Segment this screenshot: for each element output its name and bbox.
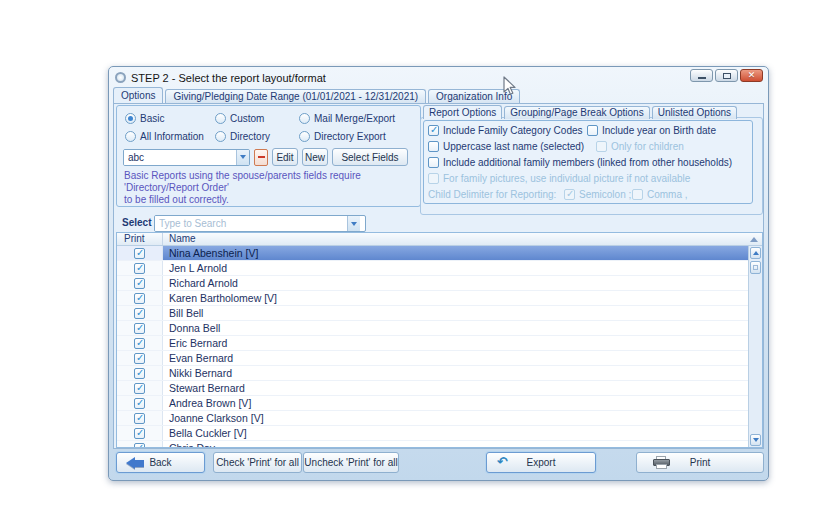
family-category-checkbox[interactable]	[428, 125, 439, 136]
tab-unlisted-options[interactable]: Unlisted Options	[652, 106, 737, 119]
back-button[interactable]: Back	[116, 452, 205, 473]
family-pictures-label: For family pictures, use individual pict…	[443, 173, 690, 184]
print-checkbox[interactable]	[134, 353, 145, 364]
radio-basic[interactable]: Basic	[125, 113, 215, 124]
chevron-up-icon	[753, 251, 759, 255]
radio-all-information[interactable]: All Information	[125, 131, 215, 142]
list-item[interactable]: Evan Bernard	[117, 351, 762, 366]
print-checkbox[interactable]	[134, 278, 145, 289]
list-item[interactable]: Andrea Brown [V]	[117, 396, 762, 411]
vertical-scrollbar[interactable]	[748, 246, 762, 447]
tab-giving-pledging-date-range[interactable]: Giving/Pledging Date Range (01/01/2021 -…	[165, 89, 426, 103]
chevron-down-icon	[351, 222, 357, 226]
radio-directory[interactable]: Directory	[215, 131, 299, 142]
list-item[interactable]: Richard Arnold	[117, 276, 762, 291]
delimiter-label-row: Child Delimiter for Reporting:	[428, 188, 556, 201]
select-fields-button[interactable]: Select Fields	[332, 148, 408, 166]
list-item[interactable]: Nina Abenshein [V]	[117, 246, 762, 261]
radio-directory-export[interactable]: Directory Export	[299, 131, 386, 142]
print-checkbox[interactable]	[134, 428, 145, 439]
radio-row-1: Basic Custom Mail Merge/Export	[125, 113, 395, 124]
year-birth-checkbox[interactable]	[587, 125, 598, 136]
radio-directory-export-icon[interactable]	[299, 131, 310, 142]
tab-report-options[interactable]: Report Options	[423, 105, 502, 119]
print-checkbox[interactable]	[134, 368, 145, 379]
checkbox-year-birth[interactable]: Include year on Birth date	[587, 124, 716, 137]
list-item[interactable]: Stewart Bernard	[117, 381, 762, 396]
back-label: Back	[149, 457, 171, 468]
additional-members-label: Include additional family members (linke…	[443, 157, 732, 168]
print-checkbox[interactable]	[134, 263, 145, 274]
list-item[interactable]: Karen Bartholomew [V]	[117, 291, 762, 306]
uppercase-checkbox[interactable]	[428, 141, 439, 152]
list-item[interactable]: Bill Bell	[117, 306, 762, 321]
report-type-group: Basic Custom Mail Merge/Export All Infor…	[116, 105, 421, 207]
layout-combobox[interactable]	[123, 149, 250, 166]
print-checkbox[interactable]	[134, 293, 145, 304]
radio-mail-merge-export[interactable]: Mail Merge/Export	[299, 113, 395, 124]
year-birth-label: Include year on Birth date	[602, 125, 716, 136]
edit-button[interactable]: Edit	[272, 148, 298, 166]
radio-basic-icon[interactable]	[125, 113, 136, 124]
additional-members-checkbox[interactable]	[428, 157, 439, 168]
name-cell: Nikki Bernard	[163, 366, 762, 380]
delete-layout-button[interactable]	[254, 149, 268, 166]
radio-custom-icon[interactable]	[215, 113, 226, 124]
print-cell	[117, 261, 163, 275]
column-header-name[interactable]: Name	[163, 233, 762, 245]
radio-custom[interactable]: Custom	[215, 113, 299, 124]
print-checkbox[interactable]	[134, 398, 145, 409]
list-item[interactable]: Chris Day	[117, 441, 762, 447]
checkbox-semicolon: Semicolon ;	[564, 188, 631, 201]
print-checkbox[interactable]	[134, 248, 145, 259]
export-button[interactable]: ↶ Export	[486, 452, 596, 473]
search-input[interactable]	[155, 216, 347, 231]
radio-directory-icon[interactable]	[215, 131, 226, 142]
scroll-down-button[interactable]	[750, 434, 761, 446]
family-category-label: Include Family Category Codes	[443, 125, 583, 136]
check-print-for-all-button[interactable]: Check 'Print' for all	[213, 452, 302, 473]
list-item[interactable]: Nikki Bernard	[117, 366, 762, 381]
print-checkbox[interactable]	[134, 413, 145, 424]
close-button[interactable]: ✕	[740, 69, 763, 82]
column-header-print[interactable]: Print	[117, 233, 163, 245]
search-dropdown-button[interactable]	[347, 216, 360, 231]
checkbox-uppercase[interactable]: Uppercase last name (selected)	[428, 140, 584, 153]
print-checkbox[interactable]	[134, 308, 145, 319]
footer-bar: Back Check 'Print' for all Uncheck 'Prin…	[113, 452, 764, 475]
list-item[interactable]: Joanne Clarkson [V]	[117, 411, 762, 426]
titlebar[interactable]: STEP 2 - Select the report layout/format…	[109, 67, 768, 88]
maximize-button[interactable]	[715, 69, 738, 82]
radio-all-info-icon[interactable]	[125, 131, 136, 142]
print-checkbox[interactable]	[134, 383, 145, 394]
name-cell: Eric Bernard	[163, 336, 762, 350]
tab-grouping-page-break-options[interactable]: Grouping/Page Break Options	[504, 106, 649, 119]
basic-report-note: Basic Reports using the spouse/parents f…	[124, 170, 415, 206]
list-item[interactable]: Eric Bernard	[117, 336, 762, 351]
layout-dropdown-button[interactable]	[236, 150, 249, 165]
list-item[interactable]: Donna Bell	[117, 321, 762, 336]
name-cell: Nina Abenshein [V]	[163, 246, 762, 260]
sort-ascending-icon[interactable]	[750, 237, 758, 242]
radio-mail-merge-icon[interactable]	[299, 113, 310, 124]
list-item[interactable]: Bella Cuckler [V]	[117, 426, 762, 441]
comma-checkbox	[632, 189, 643, 200]
tab-options[interactable]: Options	[113, 87, 163, 103]
print-checkbox[interactable]	[134, 443, 145, 448]
print-button[interactable]: Print	[636, 452, 764, 473]
checkbox-additional-members[interactable]: Include additional family members (linke…	[428, 156, 732, 169]
check-all-label: Check 'Print' for all	[216, 457, 299, 468]
list-item[interactable]: Jen L Arnold	[117, 261, 762, 276]
print-checkbox[interactable]	[134, 323, 145, 334]
layout-input[interactable]	[124, 150, 236, 165]
uncheck-print-for-all-button[interactable]: Uncheck 'Print' for all	[303, 452, 399, 473]
scroll-up-button[interactable]	[750, 247, 761, 259]
minimize-button[interactable]	[690, 69, 713, 82]
new-button[interactable]: New	[302, 148, 328, 166]
checkbox-family-category[interactable]: Include Family Category Codes	[428, 124, 583, 137]
main-tab-strip: Options Giving/Pledging Date Range (01/0…	[113, 88, 764, 103]
print-checkbox[interactable]	[134, 338, 145, 349]
search-combobox[interactable]	[154, 215, 366, 232]
scrollbar-thumb[interactable]	[750, 261, 761, 274]
name-cell: Bill Bell	[163, 306, 762, 320]
